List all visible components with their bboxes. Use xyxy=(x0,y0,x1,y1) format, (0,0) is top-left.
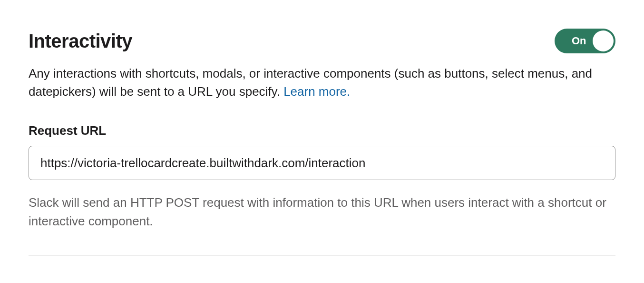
section-description: Any interactions with shortcuts, modals,… xyxy=(29,65,614,101)
request-url-input[interactable] xyxy=(29,146,615,180)
toggle-knob-icon xyxy=(593,30,614,51)
learn-more-link[interactable]: Learn more. xyxy=(283,84,350,99)
section-divider xyxy=(29,255,615,256)
toggle-state-label: On xyxy=(572,35,586,47)
interactivity-toggle[interactable]: On xyxy=(555,29,615,53)
request-url-label: Request URL xyxy=(29,123,615,138)
request-url-helper: Slack will send an HTTP POST request wit… xyxy=(29,193,614,231)
section-title: Interactivity xyxy=(29,30,132,52)
